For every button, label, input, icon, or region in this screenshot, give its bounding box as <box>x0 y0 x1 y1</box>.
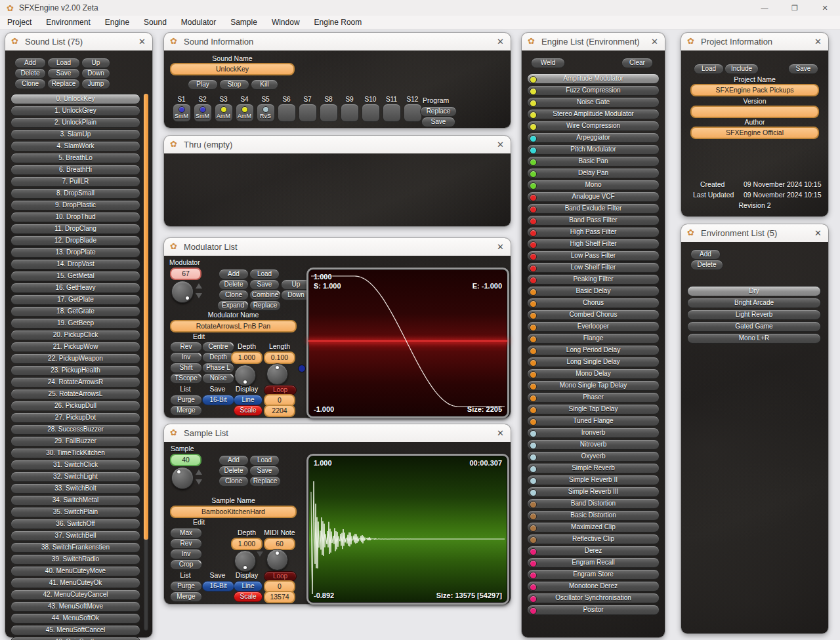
slot-button[interactable]: AmM <box>236 104 254 122</box>
line-button[interactable]: Line <box>234 395 262 405</box>
include-button[interactable]: Include <box>724 64 759 74</box>
list-item[interactable]: 45. MenuSoftCancel <box>10 625 140 635</box>
purge-button[interactable]: Purge <box>170 395 202 405</box>
delete-button[interactable]: Delete <box>14 68 46 79</box>
replace-button[interactable]: Replace <box>47 79 80 89</box>
list-item[interactable]: 33. SwitchBolt <box>10 483 140 494</box>
engine-item[interactable]: Simple Reverb II <box>527 475 660 485</box>
combine-button[interactable]: Combine <box>249 290 281 300</box>
list-item[interactable]: 14. DropVast <box>10 259 140 270</box>
slot[interactable]: S5 RvS <box>257 96 274 122</box>
bit-depth-button[interactable]: 16-Bit <box>202 395 234 405</box>
engine-item[interactable]: Peaking Filter <box>527 274 660 285</box>
close-panel-icon[interactable]: ✕ <box>497 136 504 153</box>
decrement-arrow-icon[interactable] <box>196 293 202 298</box>
list-item[interactable]: 22. PickupWeapon <box>10 353 140 364</box>
version-field[interactable] <box>690 106 819 118</box>
engine-item[interactable]: Simple Reverb III <box>527 487 660 497</box>
close-panel-icon[interactable]: ✕ <box>814 224 822 242</box>
engine-item[interactable]: Positor <box>527 605 660 615</box>
engine-item[interactable]: Oxyverb <box>527 451 660 462</box>
menu-item[interactable]: Modulator <box>174 18 223 27</box>
list-item[interactable]: 17. GetPlate <box>10 294 140 305</box>
line-button[interactable]: Line <box>234 581 262 591</box>
stop-button[interactable]: Stop <box>219 79 249 90</box>
add-button[interactable]: Add <box>219 269 249 279</box>
minimize-icon[interactable]: — <box>749 0 780 16</box>
menu-item[interactable]: Sample <box>223 18 264 27</box>
list-item[interactable]: 4. SlamWork <box>10 141 140 151</box>
menu-item[interactable]: Project <box>0 18 39 27</box>
slot[interactable]: S2 SmM <box>194 96 211 122</box>
slot[interactable]: S1 SmM <box>173 96 190 122</box>
close-panel-icon[interactable]: ✕ <box>814 33 822 50</box>
slot-button[interactable]: RvS <box>257 104 275 122</box>
list-item[interactable]: 37. SwitchBell <box>10 530 140 541</box>
down-button[interactable]: Down <box>81 68 110 79</box>
engine-item[interactable]: Basic Distortion <box>527 510 660 521</box>
project-name-field[interactable]: SFXEngine Pack Pickups <box>690 84 819 96</box>
delete-button[interactable]: Delete <box>690 260 723 270</box>
menu-item[interactable]: Engine <box>98 18 136 27</box>
engine-item[interactable]: Fuzz Compression <box>527 85 660 96</box>
engine-item[interactable]: Amplitude Modulator <box>527 73 660 84</box>
slot[interactable]: S12 <box>404 96 421 122</box>
engine-item[interactable]: Derez <box>527 546 660 556</box>
tscope-button[interactable]: TScope <box>170 373 202 384</box>
clone-button[interactable]: Clone <box>219 290 249 300</box>
weld-button[interactable]: Weld <box>531 58 565 68</box>
list-item[interactable]: 20. PickupClick <box>10 330 140 340</box>
list-item[interactable]: 38. SwitchFrankenstien <box>10 542 140 553</box>
merge-button[interactable]: Merge <box>170 405 202 416</box>
add-button[interactable]: Add <box>690 249 721 260</box>
list-item[interactable]: 19. GetBeep <box>10 318 140 329</box>
list-item[interactable]: 11. DropClang <box>10 224 140 234</box>
list-item[interactable]: 18. GetGrate <box>10 306 140 317</box>
load-button[interactable]: Load <box>694 64 724 74</box>
restore-icon[interactable]: ❐ <box>780 0 810 16</box>
scale-button[interactable]: Scale <box>234 405 262 416</box>
environment-item[interactable]: Dry <box>687 286 821 296</box>
engine-item[interactable]: Basic Pan <box>527 156 660 167</box>
save-button[interactable]: Save <box>47 68 80 79</box>
shift-button[interactable]: Shift <box>170 363 202 373</box>
engine-item[interactable]: Maximized Clip <box>527 522 660 532</box>
centre-button[interactable]: Centre <box>202 342 234 352</box>
engine-item[interactable]: Reflective Clip <box>527 534 660 544</box>
sound-name-field[interactable]: UnlockKey <box>170 63 295 75</box>
list-item[interactable]: 41. MenuCuteyOk <box>10 578 140 588</box>
jump-button[interactable]: Jump <box>81 79 110 89</box>
max-button[interactable]: Max <box>170 528 202 538</box>
close-panel-icon[interactable]: ✕ <box>497 424 504 442</box>
list-item[interactable]: 6. BreathHi <box>10 165 140 175</box>
engine-item[interactable]: Long Period Delay <box>527 345 660 355</box>
load-button[interactable]: Load <box>249 455 280 466</box>
list-item[interactable]: 39. SwitchRadio <box>10 554 140 565</box>
slot-button[interactable] <box>383 104 401 122</box>
engine-item[interactable]: Mono <box>527 180 660 190</box>
delete-button[interactable]: Delete <box>219 466 249 476</box>
load-button[interactable]: Load <box>249 269 280 279</box>
depth-button[interactable]: Depth <box>202 352 234 363</box>
engine-item[interactable]: Phaser <box>527 392 660 403</box>
bit-depth-button[interactable]: 16-Bit <box>202 581 234 591</box>
kill-button[interactable]: Kill <box>251 79 278 90</box>
end-value-field[interactable]: 2204 <box>264 405 295 417</box>
engine-item[interactable]: Chorus <box>527 298 660 308</box>
list-item[interactable]: 25. RotateArrowsL <box>10 389 140 399</box>
inv-button[interactable]: Inv <box>170 352 202 363</box>
midi-knob[interactable] <box>266 549 288 570</box>
engine-item[interactable]: Everlooper <box>527 321 660 332</box>
list-item[interactable]: 42. MenuCuteyCancel <box>10 590 140 600</box>
list-item[interactable]: 1. UnlockGrey <box>10 106 140 116</box>
save-button[interactable]: Save <box>249 279 280 290</box>
slot-button[interactable]: SmM <box>194 104 212 122</box>
clone-button[interactable]: Clone <box>219 476 249 487</box>
slot[interactable]: S4 AmM <box>236 96 253 122</box>
list-item[interactable]: 10. DropThud <box>10 212 140 222</box>
environment-item[interactable]: Gated Game <box>687 321 821 332</box>
engine-item[interactable]: Flange <box>527 333 660 344</box>
add-button[interactable]: Add <box>219 455 249 466</box>
list-item[interactable]: 5. BreathLo <box>10 153 140 163</box>
crop-button[interactable]: Crop <box>170 559 202 570</box>
